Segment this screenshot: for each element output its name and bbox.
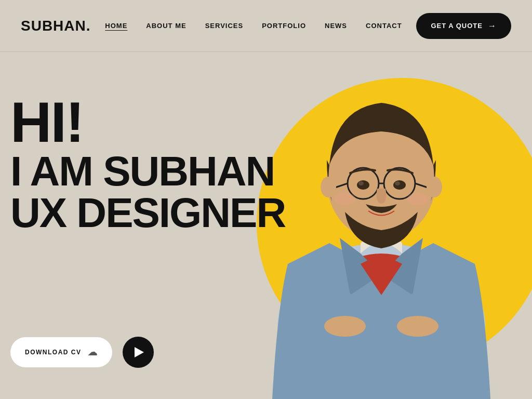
- svg-point-17: [335, 193, 355, 205]
- nav-services[interactable]: SERVICES: [205, 22, 244, 30]
- svg-point-3: [397, 316, 438, 337]
- download-cv-label: DOWNLOAD CV: [25, 349, 82, 356]
- logo: SUBHAN.: [21, 18, 91, 34]
- hero-name: I AM SUBHAN: [10, 151, 285, 192]
- svg-point-14: [395, 181, 400, 185]
- play-icon: [135, 347, 144, 357]
- person-body: [272, 103, 490, 399]
- svg-point-15: [321, 177, 336, 197]
- get-quote-button[interactable]: GET A QUOTE →: [416, 13, 511, 39]
- svg-point-16: [427, 177, 442, 197]
- play-button[interactable]: [123, 337, 154, 368]
- download-cv-button[interactable]: DOWNLOAD CV ☁: [10, 337, 112, 367]
- nav-home[interactable]: HOME: [105, 22, 127, 30]
- hero-greeting: HI!: [10, 94, 285, 151]
- header: SUBHAN. HOME ABOUT ME SERVICES PORTFOLIO…: [0, 0, 532, 52]
- nav-news[interactable]: NEWS: [325, 22, 347, 30]
- svg-point-13: [358, 181, 364, 185]
- hero-title: UX DESIGNER: [10, 192, 285, 234]
- svg-point-12: [393, 180, 406, 190]
- cloud-icon: ☁: [88, 347, 98, 358]
- hero-headline: HI! I AM SUBHAN UX DESIGNER: [10, 94, 285, 234]
- svg-point-2: [324, 316, 366, 337]
- svg-point-11: [357, 180, 369, 190]
- hero-actions: DOWNLOAD CV ☁: [10, 337, 154, 368]
- arrow-icon: →: [488, 21, 497, 31]
- main-nav: HOME ABOUT ME SERVICES PORTFOLIO NEWS CO…: [105, 22, 402, 30]
- svg-point-18: [407, 193, 428, 205]
- person-image: [246, 61, 516, 399]
- nav-contact[interactable]: CONTACT: [366, 22, 402, 30]
- hero-section: HI! I AM SUBHAN UX DESIGNER DOWNLOAD CV …: [0, 52, 532, 399]
- nav-about[interactable]: ABOUT ME: [146, 22, 186, 30]
- nav-portfolio[interactable]: PORTFOLIO: [262, 22, 306, 30]
